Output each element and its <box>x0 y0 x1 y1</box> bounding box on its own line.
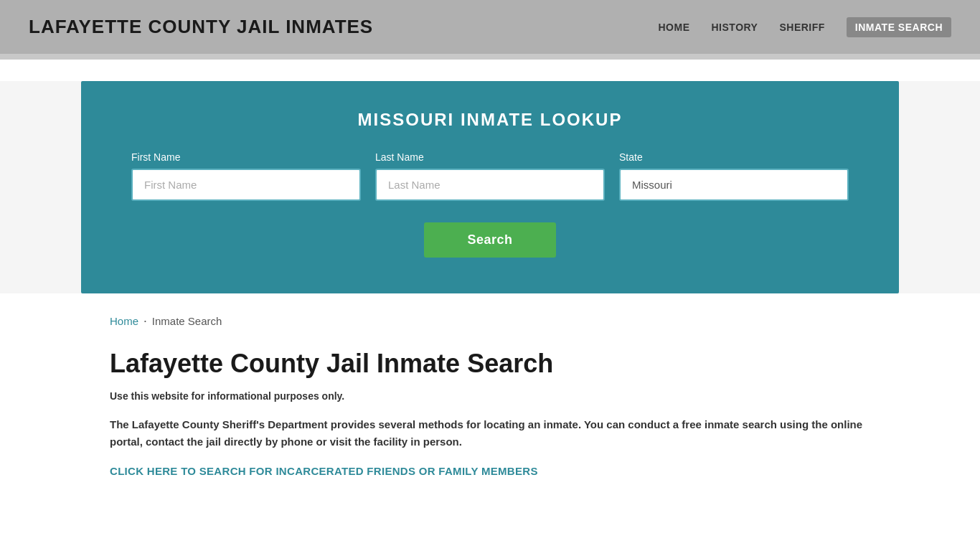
nav-sheriff[interactable]: SHERIFF <box>779 22 824 33</box>
state-label: State <box>619 151 849 163</box>
breadcrumb-current: Inmate Search <box>152 315 222 327</box>
search-banner: MISSOURI INMATE LOOKUP First Name Last N… <box>81 81 899 293</box>
nav-history[interactable]: HISTORY <box>712 22 758 33</box>
page-title: Lafayette County Jail Inmate Search <box>110 349 870 379</box>
main-content: Home • Inmate Search Lafayette County Ja… <box>81 315 899 478</box>
first-name-input[interactable] <box>131 169 361 201</box>
site-title: LAFAYETTE COUNTY JAIL INMATES <box>29 16 373 38</box>
breadcrumb-home-link[interactable]: Home <box>110 315 138 327</box>
search-fields: First Name Last Name State <box>131 151 849 201</box>
state-input[interactable] <box>619 169 849 201</box>
nav-inmate-search[interactable]: INMATE SEARCH <box>847 17 951 37</box>
breadcrumb: Home • Inmate Search <box>110 315 870 327</box>
first-name-group: First Name <box>131 151 361 201</box>
disclaimer-text: Use this website for informational purpo… <box>110 390 870 402</box>
first-name-label: First Name <box>131 151 361 163</box>
last-name-label: Last Name <box>375 151 605 163</box>
last-name-group: Last Name <box>375 151 605 201</box>
description-text: The Lafayette County Sheriff's Departmen… <box>110 416 870 451</box>
nav-home[interactable]: HOME <box>659 22 690 33</box>
header-divider <box>0 54 980 60</box>
last-name-input[interactable] <box>375 169 605 201</box>
state-group: State <box>619 151 849 201</box>
breadcrumb-separator: • <box>144 318 146 324</box>
banner-title: MISSOURI INMATE LOOKUP <box>358 110 623 130</box>
site-header: LAFAYETTE COUNTY JAIL INMATES HOME HISTO… <box>0 0 980 54</box>
cta-link[interactable]: CLICK HERE to Search for Incarcerated Fr… <box>110 465 538 477</box>
main-nav: HOME HISTORY SHERIFF INMATE SEARCH <box>659 17 952 37</box>
search-button[interactable]: Search <box>424 222 555 258</box>
